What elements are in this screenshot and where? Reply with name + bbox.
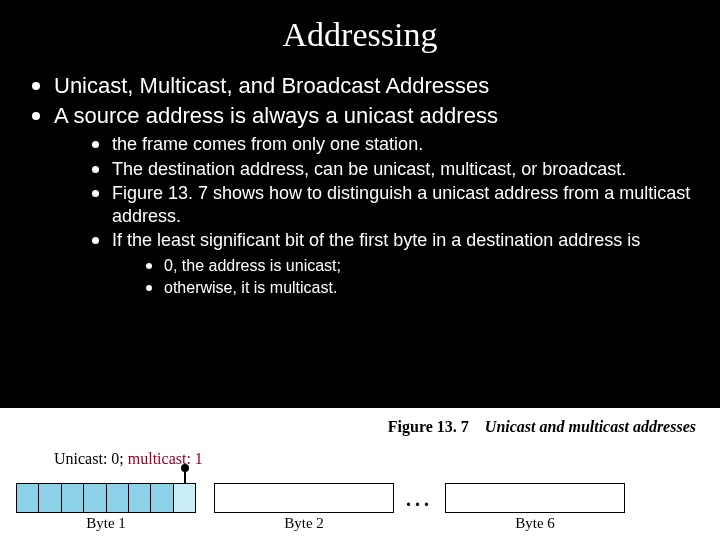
figure-title: Unicast and multicast addresses — [485, 418, 696, 435]
byte2-label: Byte 2 — [214, 515, 394, 532]
byte6-label: Byte 6 — [445, 515, 625, 532]
bit-cell-lsb — [174, 484, 195, 512]
slide-title: Addressing — [0, 0, 720, 72]
bit-cell — [129, 484, 151, 512]
bit-cell — [62, 484, 84, 512]
ellipsis: ... — [394, 488, 445, 527]
key-multicast: multicast: 1 — [128, 450, 203, 467]
key-unicast: Unicast: 0; — [54, 450, 128, 467]
bullet-level2: If the least significant bit of the firs… — [90, 229, 692, 298]
bullet-level1: A source address is always a unicast add… — [28, 102, 692, 298]
bullet-level3: 0, the address is unicast; — [144, 256, 692, 276]
byte6-group: Byte 6 — [445, 483, 625, 532]
byte2-box — [214, 483, 394, 513]
bullet-level1: Unicast, Multicast, and Broadcast Addres… — [28, 72, 692, 100]
bullet-level2: Figure 13. 7 shows how to distinguish a … — [90, 182, 692, 227]
bit-cell — [107, 484, 129, 512]
bit-cell — [39, 484, 61, 512]
byte1-box — [16, 483, 196, 513]
bullet-text: If the least significant bit of the firs… — [112, 230, 640, 250]
figure-panel: Figure 13. 7 Unicast and multicast addre… — [0, 408, 720, 540]
byte1-label: Byte 1 — [16, 515, 196, 532]
byte1-group: Byte 1 — [16, 483, 196, 532]
bit-cell — [151, 484, 173, 512]
slide-content: Unicast, Multicast, and Broadcast Addres… — [0, 72, 720, 298]
bullet-level2: The destination address, can be unicast,… — [90, 158, 692, 181]
figure-caption: Figure 13. 7 Unicast and multicast addre… — [388, 418, 696, 436]
figure-number: Figure 13. 7 — [388, 418, 469, 435]
bytes-row: Byte 1 Byte 2 ... Byte 6 — [16, 483, 704, 532]
bullet-level2: the frame comes from only one station. — [90, 133, 692, 156]
byte6-box — [445, 483, 625, 513]
bullet-level3: otherwise, it is multicast. — [144, 278, 692, 298]
bit-cell — [84, 484, 106, 512]
byte2-group: Byte 2 — [214, 483, 394, 532]
bit-cell — [17, 484, 39, 512]
bullet-text: A source address is always a unicast add… — [54, 103, 498, 128]
